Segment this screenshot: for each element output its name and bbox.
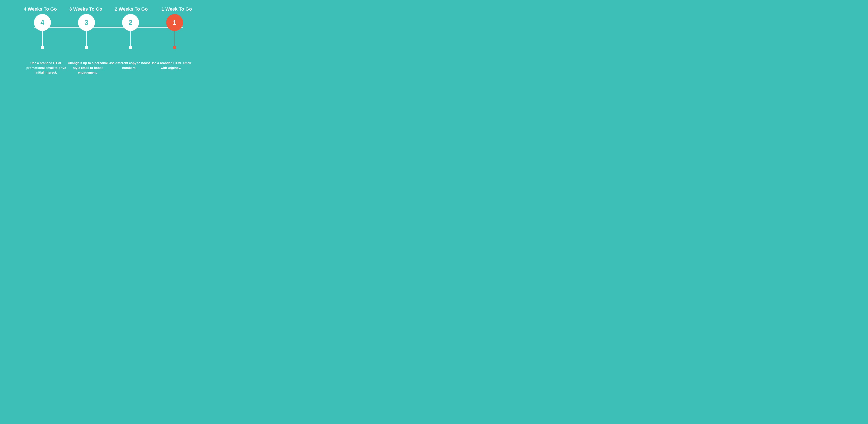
dot-2 <box>129 46 132 49</box>
timeline-nodes-row: 4 3 2 1 <box>13 14 204 49</box>
label-3-weeks: 3 Weeks To Go <box>65 6 107 12</box>
vline-2 <box>130 31 131 46</box>
circle-4: 4 <box>34 14 51 31</box>
desc-col-2: Use different copy to boost numbers. <box>108 61 150 75</box>
node-step-2: 2 <box>122 14 139 49</box>
page-container: 4 Weeks To Go 3 Weeks To Go 2 Weeks To G… <box>0 0 217 106</box>
desc-text-4: Use a branded HTML promotional email to … <box>26 61 66 74</box>
circle-3: 3 <box>78 14 95 31</box>
desc-col-4: Use a branded HTML promotional email to … <box>25 61 67 75</box>
circle-2: 2 <box>122 14 139 31</box>
desc-text-1: Use a branded HTML email with urgency. <box>151 61 191 69</box>
descriptions-row: Use a branded HTML promotional email to … <box>13 61 204 75</box>
label-1-week: 1 Week To Go <box>156 6 198 12</box>
label-2-weeks: 2 Weeks To Go <box>110 6 152 12</box>
circle-1: 1 <box>166 14 183 31</box>
vline-4 <box>42 31 43 46</box>
desc-text-2: Use different copy to boost numbers. <box>109 61 150 69</box>
timeline-track: 4 3 2 1 <box>13 14 204 56</box>
timeline-labels-row: 4 Weeks To Go 3 Weeks To Go 2 Weeks To G… <box>13 6 204 12</box>
label-4-weeks: 4 Weeks To Go <box>19 6 61 12</box>
dot-4 <box>41 46 44 49</box>
node-step-1: 1 <box>166 14 183 49</box>
node-step-4: 4 <box>34 14 51 49</box>
desc-text-3: Change it up to a personal style email t… <box>68 61 107 74</box>
dot-3 <box>85 46 88 49</box>
vline-3 <box>86 31 87 46</box>
vline-1 <box>175 31 175 46</box>
desc-col-3: Change it up to a personal style email t… <box>67 61 108 75</box>
desc-col-1: Use a branded HTML email with urgency. <box>150 61 192 75</box>
dot-1 <box>173 46 176 49</box>
node-step-3: 3 <box>78 14 95 49</box>
